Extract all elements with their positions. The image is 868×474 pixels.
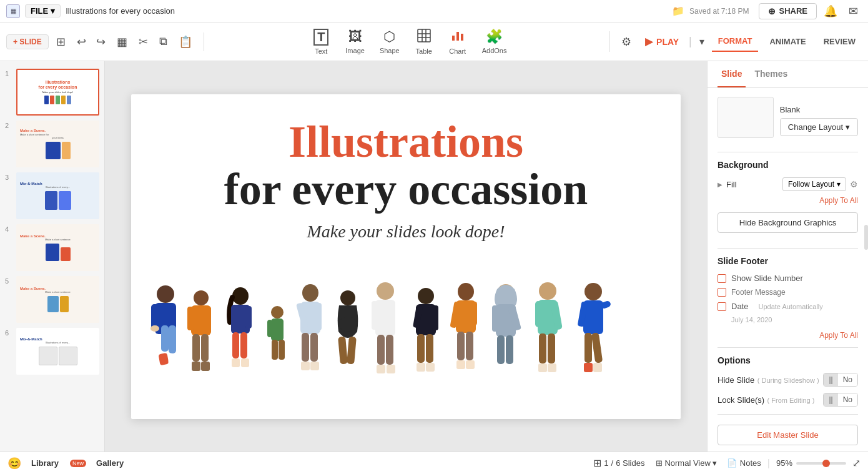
svg-rect-59 [432, 305, 438, 330]
addons-tool-icon: 🧩 [486, 29, 503, 45]
show-slide-number-checkbox[interactable] [718, 274, 726, 283]
fill-triangle[interactable]: ▶ [718, 181, 723, 188]
svg-rect-51 [372, 301, 378, 330]
gallery-button[interactable]: Gallery [91, 456, 129, 470]
svg-rect-54 [386, 335, 393, 365]
apply-all-footer[interactable]: Apply To All [718, 331, 858, 340]
slide-item-1[interactable]: 1 Illustrationsfor every occasion Make y… [0, 66, 104, 118]
svg-rect-11 [169, 325, 176, 353]
view-label[interactable]: ⊞ Normal View ▾ [656, 458, 716, 468]
shape-tool-button[interactable]: ⬡ Shape [373, 25, 406, 58]
svg-rect-26 [245, 306, 252, 328]
bottom-right: 📄 Notes | 95% ⤢ [727, 457, 861, 469]
text-tool-icon: T [313, 29, 328, 46]
edit-master-slide-button[interactable]: Edit Master Slide [718, 425, 858, 445]
toolbar-center: T Text 🖼 Image ⬡ Shape Table [209, 24, 609, 59]
tab-review[interactable]: REVIEW [817, 32, 862, 51]
slide-thumb-3[interactable]: Mix-&-Match Illustrations of every... [16, 172, 99, 219]
slide-item-3[interactable]: 3 Mix-&-Match Illustrations of every... [0, 170, 104, 222]
tab-themes[interactable]: Themes [751, 61, 791, 87]
redo-button[interactable]: ↪ [92, 32, 109, 51]
footer-message-checkbox[interactable] [718, 288, 726, 297]
image-tool-icon: 🖼 [348, 29, 362, 45]
settings-button[interactable]: ⚙ [618, 32, 635, 51]
bottom-bar: 😊 Library New Gallery ⊞ 1 / 6 Slides ⊞ N… [0, 452, 868, 474]
lock-slide-toggle-no[interactable]: No [838, 393, 857, 406]
hide-slide-toggle-off[interactable]: || [824, 373, 837, 386]
image-tool-button[interactable]: 🖼 Image [339, 25, 371, 58]
emoji-icon: 😊 [7, 457, 21, 470]
svg-point-49 [377, 282, 394, 300]
svg-rect-33 [267, 320, 272, 337]
tab-format[interactable]: FORMAT [712, 31, 759, 52]
file-label: FILE [31, 6, 48, 16]
slide-thumb-1[interactable]: Illustrationsfor every occasion Make you… [16, 69, 99, 116]
paste-button[interactable]: 📋 [175, 32, 196, 51]
tab-animate[interactable]: ANIMATE [763, 32, 812, 51]
fill-select[interactable]: Follow Layout ▾ [782, 177, 846, 191]
svg-rect-21 [201, 334, 209, 362]
slide-item-4[interactable]: 4 Make a Scene. Make a short sentence [0, 222, 104, 274]
date-label: Date [731, 302, 748, 311]
fullscreen-button[interactable]: ⤢ [852, 457, 861, 469]
footer-message-input[interactable] [731, 288, 858, 297]
undo-button[interactable]: ↩ [73, 32, 90, 51]
svg-rect-42 [310, 333, 318, 362]
lock-slide-toggle-off[interactable]: || [824, 393, 837, 406]
hide-background-graphics-button[interactable]: Hide Background Graphics [718, 212, 858, 233]
grid-toggle-button[interactable]: ⊞ [52, 32, 69, 51]
fill-gear-icon[interactable]: ⚙ [850, 179, 858, 189]
slide-item-5[interactable]: 5 Make a Scene. Make a short sentence [0, 274, 104, 325]
copy-button[interactable]: ⧉ [155, 32, 171, 51]
text-tool-button[interactable]: T Text [305, 25, 337, 59]
divider-vert: | [767, 458, 770, 469]
svg-rect-55 [377, 365, 385, 373]
layout-button[interactable]: ▦ [113, 32, 131, 51]
play-button[interactable]: ▶ PLAY [640, 32, 684, 51]
zoom-area: 95% [776, 458, 846, 468]
date-checkbox[interactable] [718, 302, 726, 311]
addons-tool-button[interactable]: 🧩 AddOns [476, 25, 513, 58]
svg-rect-15 [168, 353, 178, 365]
slide-num-3: 3 [5, 174, 12, 181]
hide-slide-toggle: || No [823, 373, 858, 387]
svg-rect-92 [591, 332, 603, 363]
slide-canvas[interactable]: Illustrations for every occassion Make y… [131, 94, 681, 419]
file-button[interactable]: FILE ▾ [25, 4, 61, 17]
hide-slide-label-group: Hide Slide ( During Slideshow ) [718, 374, 819, 385]
slide-item-6[interactable]: 6 Mix-&-Match Illustrations of every... [0, 325, 104, 377]
normal-view-icon: ⊞ [656, 458, 663, 468]
mail-icon[interactable]: ✉ [844, 2, 862, 20]
apply-all-bg[interactable]: Apply To All [718, 196, 858, 205]
add-slide-button[interactable]: + SLIDE [6, 34, 49, 49]
chart-tool-button[interactable]: Chart [442, 24, 473, 59]
lock-slide-row: Lock Slide(s) ( From Editing ) || No [718, 393, 858, 407]
slide-item-2[interactable]: 2 Make a Scene. Make a short sentence fo… [0, 118, 104, 170]
svg-rect-29 [232, 358, 240, 367]
notes-label: Notes [740, 458, 761, 468]
zoom-slider[interactable] [796, 462, 846, 465]
notifications-icon[interactable]: 🔔 [822, 2, 839, 20]
lock-slide-label: Lock Slide(s) [718, 395, 764, 405]
toolbar: + SLIDE ⊞ ↩ ↪ ▦ ✂ ⧉ 📋 T Text 🖼 Image ⬡ S… [0, 22, 868, 61]
slide-thumb-2[interactable]: Make a Scene. Make a short sentence for … [16, 121, 99, 167]
svg-rect-43 [301, 362, 310, 370]
library-button[interactable]: Library [26, 456, 64, 470]
slide-thumb-6[interactable]: Mix-&-Match Illustrations of every... [16, 328, 99, 375]
share-button[interactable]: ⊕ SHARE [759, 3, 817, 19]
divider-4 [718, 414, 858, 415]
play-dropdown-button[interactable]: ▾ [697, 33, 707, 50]
hide-slide-toggle-no[interactable]: No [838, 373, 857, 386]
cut-button[interactable]: ✂ [135, 32, 152, 51]
divider-1 [718, 152, 858, 152]
table-tool-button[interactable]: Table [408, 25, 440, 59]
slide-thumb-4[interactable]: Make a Scene. Make a short sentence [16, 224, 99, 271]
slide-thumb-5[interactable]: Make a Scene. Make a short sentence [16, 276, 99, 323]
tab-slide[interactable]: Slide [718, 61, 746, 87]
slide-num-5: 5 [5, 277, 12, 285]
notes-button[interactable]: 📄 Notes [727, 458, 761, 468]
change-layout-button[interactable]: Change Layout ▾ [780, 118, 858, 136]
svg-rect-83 [539, 333, 546, 363]
svg-point-13 [150, 325, 159, 332]
svg-rect-34 [279, 320, 284, 337]
